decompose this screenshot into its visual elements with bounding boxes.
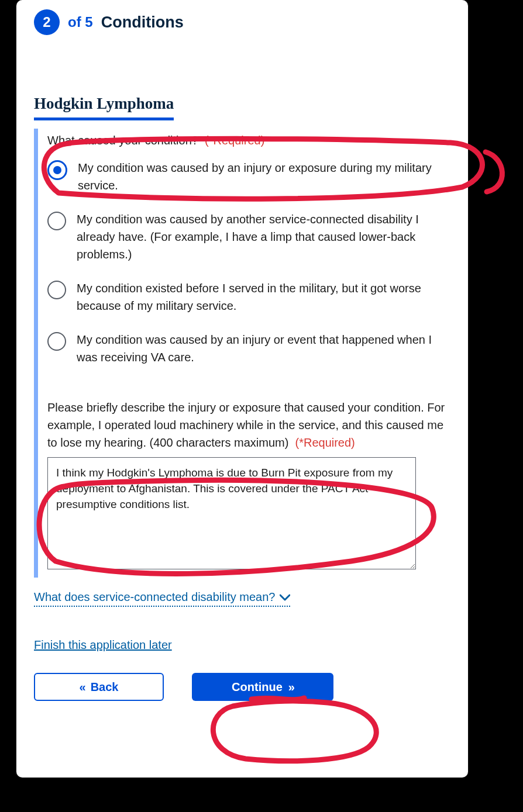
description-prompt-text: Please briefly describe the injury or ex… [47,401,445,449]
cause-option-3[interactable]: My condition existed before I served in … [47,279,450,315]
step-of-text: of 5 [68,14,93,30]
cause-option-2[interactable]: My condition was caused by another servi… [47,210,450,263]
continue-button-label: Continue [232,680,283,694]
chevron-down-icon [280,594,290,601]
cause-option-1[interactable]: My condition was caused by an injury or … [47,159,450,194]
progress-indicator: 2 of 5 Conditions [34,9,450,35]
cause-option-2-label: My condition was caused by another servi… [77,210,450,263]
service-connected-expander[interactable]: What does service-connected disability m… [34,590,290,607]
description-prompt: Please briefly describe the injury or ex… [47,399,450,451]
required-indicator: (*Required) [205,134,264,147]
step-section-name: Conditions [101,13,184,32]
step-badge: 2 [34,9,60,35]
description-textarea[interactable] [47,457,416,569]
required-indicator: (*Required) [295,436,355,449]
continue-button[interactable]: Continue » [192,673,333,701]
cause-option-4-label: My condition was caused by an injury or … [77,331,450,366]
expander-label: What does service-connected disability m… [34,590,275,604]
cause-option-1-label: My condition was caused by an injury or … [78,159,450,194]
cause-radio-group: My condition was caused by an injury or … [47,159,450,366]
radio-unselected-icon [47,332,66,351]
back-button-label: Back [91,680,119,694]
radio-unselected-icon [47,212,66,230]
form-region: What caused your condition? (*Required) … [34,129,450,578]
cause-option-4[interactable]: My condition was caused by an injury or … [47,331,450,366]
radio-selected-icon [47,160,67,180]
cause-question-label: What caused your condition? (*Required) [47,132,450,148]
form-card: 2 of 5 Conditions Hodgkin Lymphoma What … [16,0,468,778]
button-row: « Back Continue » [34,673,450,701]
finish-later-link[interactable]: Finish this application later [34,638,172,652]
condition-title: Hodgkin Lymphoma [34,95,174,120]
radio-unselected-icon [47,281,66,299]
cause-option-3-label: My condition existed before I served in … [77,279,450,315]
cause-question-text: What caused your condition? [47,134,198,147]
back-button[interactable]: « Back [34,673,164,701]
